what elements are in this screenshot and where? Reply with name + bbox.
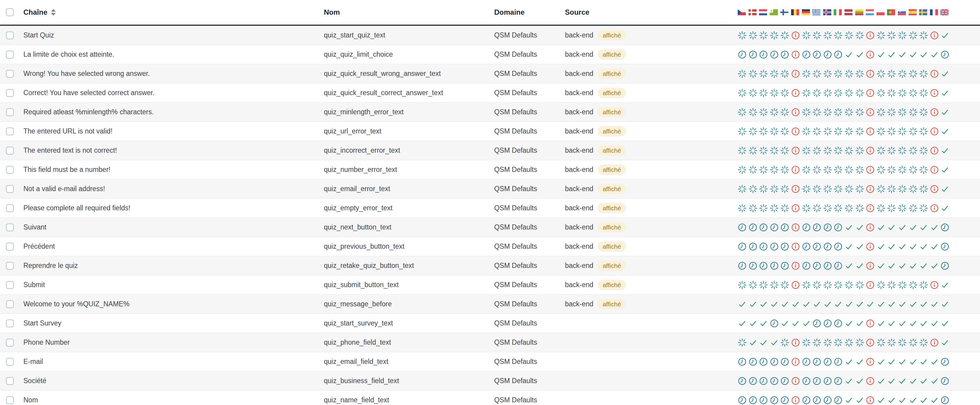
spinner-icon-dutch[interactable]	[759, 31, 770, 40]
spinner-icon-finnish[interactable]	[780, 31, 791, 40]
check-icon-portuguese[interactable]	[887, 50, 898, 59]
spinner-icon-icelandic[interactable]	[823, 146, 834, 155]
spinner-icon-czech[interactable]	[738, 204, 748, 213]
clock-icon-icelandic[interactable]	[823, 242, 834, 251]
clock-icon-italian[interactable]	[834, 357, 845, 366]
clock-icon-italian[interactable]	[834, 50, 845, 59]
spinner-icon-icelandic[interactable]	[823, 108, 834, 117]
spinner-icon-swedish[interactable]	[919, 89, 930, 97]
check-icon-lithuanian[interactable]	[855, 319, 866, 328]
spinner-icon-polish[interactable]	[877, 108, 887, 117]
spinner-icon-german[interactable]	[802, 338, 813, 347]
spinner-icon-esperanto[interactable]	[770, 165, 781, 174]
check-icon-lithuanian[interactable]	[855, 50, 866, 59]
spinner-icon-lithuanian[interactable]	[855, 89, 866, 97]
spinner-icon-esperanto[interactable]	[770, 146, 781, 155]
info-icon-french[interactable]	[930, 31, 941, 40]
spinner-icon-portuguese[interactable]	[887, 338, 898, 347]
spinner-icon-lithuanian[interactable]	[855, 338, 866, 347]
spinner-icon-lithuanian[interactable]	[855, 204, 866, 213]
info-icon-belgian[interactable]	[791, 31, 802, 40]
clock-icon-greek[interactable]	[812, 223, 823, 232]
spinner-icon-italian[interactable]	[834, 185, 845, 193]
clock-icon-english-uk[interactable]	[940, 50, 951, 59]
spinner-icon-italian[interactable]	[834, 204, 845, 213]
spinner-icon-latvian[interactable]	[845, 204, 855, 213]
check-icon-swedish[interactable]	[919, 223, 930, 232]
spinner-icon-esperanto[interactable]	[770, 69, 781, 78]
spinner-icon-latvian[interactable]	[845, 281, 855, 290]
clock-icon-english-uk[interactable]	[940, 376, 951, 386]
spinner-icon-greek[interactable]	[812, 146, 823, 155]
clock-icon-german[interactable]	[802, 261, 813, 270]
check-icon-esperanto[interactable]	[770, 300, 781, 309]
spinner-icon-dutch[interactable]	[759, 146, 770, 155]
info-icon-luxembourgish[interactable]	[866, 50, 877, 59]
clock-icon-esperanto[interactable]	[770, 376, 781, 386]
spinner-icon-czech[interactable]	[738, 146, 748, 155]
spinner-icon-danish[interactable]	[748, 165, 759, 174]
spinner-icon-finnish[interactable]	[780, 185, 791, 193]
spinner-icon-slovenian[interactable]	[898, 165, 908, 174]
check-icon-slovenian[interactable]	[898, 396, 908, 405]
row-checkbox[interactable]	[6, 223, 14, 231]
spinner-icon-icelandic[interactable]	[823, 185, 834, 193]
spinner-icon-finnish[interactable]	[780, 146, 791, 155]
info-icon-belgian[interactable]	[791, 165, 802, 174]
clock-icon-danish[interactable]	[748, 357, 759, 366]
check-icon-latvian[interactable]	[845, 357, 855, 366]
spinner-icon-spanish[interactable]	[908, 281, 920, 290]
clock-icon-english-uk[interactable]	[940, 242, 951, 251]
spinner-icon-danish[interactable]	[748, 146, 759, 155]
spinner-icon-slovenian[interactable]	[898, 89, 908, 97]
row-checkbox[interactable]	[6, 89, 14, 97]
spinner-icon-latvian[interactable]	[845, 127, 855, 136]
spinner-icon-icelandic[interactable]	[823, 165, 834, 174]
check-icon-french[interactable]	[930, 242, 941, 251]
check-icon-english-uk[interactable]	[940, 338, 951, 347]
check-icon-french[interactable]	[930, 300, 941, 309]
info-icon-french[interactable]	[930, 127, 941, 136]
info-icon-belgian[interactable]	[791, 338, 802, 347]
clock-icon-czech[interactable]	[738, 396, 748, 405]
check-icon-swedish[interactable]	[919, 396, 930, 405]
spinner-icon-esperanto[interactable]	[770, 108, 781, 117]
row-checkbox[interactable]	[6, 339, 14, 346]
spinner-icon-greek[interactable]	[812, 165, 823, 174]
clock-icon-english-uk[interactable]	[940, 357, 951, 366]
clock-icon-italian[interactable]	[834, 376, 845, 386]
info-icon-french[interactable]	[930, 165, 941, 174]
clock-icon-dutch[interactable]	[759, 357, 770, 366]
spinner-icon-czech[interactable]	[738, 69, 748, 78]
clock-icon-greek[interactable]	[812, 242, 823, 251]
info-icon-luxembourgish[interactable]	[866, 338, 877, 347]
check-icon-portuguese[interactable]	[887, 300, 898, 309]
clock-icon-czech[interactable]	[738, 376, 748, 386]
check-icon-spanish[interactable]	[908, 376, 920, 386]
clock-icon-icelandic[interactable]	[823, 319, 834, 328]
info-icon-french[interactable]	[930, 146, 941, 155]
spinner-icon-greek[interactable]	[812, 31, 823, 40]
sort-icon[interactable]	[51, 9, 56, 16]
check-icon-spanish[interactable]	[908, 50, 920, 59]
spinner-icon-polish[interactable]	[877, 165, 887, 174]
row-checkbox[interactable]	[6, 281, 14, 289]
spinner-icon-latvian[interactable]	[845, 185, 855, 193]
spinner-icon-italian[interactable]	[834, 69, 845, 78]
clock-icon-greek[interactable]	[812, 357, 823, 366]
spinner-icon-slovenian[interactable]	[898, 204, 908, 213]
spinner-icon-portuguese[interactable]	[887, 281, 898, 290]
info-icon-luxembourgish[interactable]	[866, 31, 877, 40]
spinner-icon-icelandic[interactable]	[823, 281, 834, 290]
spinner-icon-greek[interactable]	[812, 281, 823, 290]
check-icon-slovenian[interactable]	[898, 242, 908, 251]
clock-icon-finnish[interactable]	[780, 376, 791, 386]
info-icon-luxembourgish[interactable]	[866, 261, 877, 270]
spinner-icon-german[interactable]	[802, 31, 813, 40]
check-icon-esperanto[interactable]	[770, 338, 781, 347]
check-icon-spanish[interactable]	[908, 357, 920, 366]
check-icon-latvian[interactable]	[845, 223, 855, 232]
spinner-icon-italian[interactable]	[834, 31, 845, 40]
check-icon-spanish[interactable]	[908, 261, 920, 270]
check-icon-latvian[interactable]	[845, 261, 855, 270]
